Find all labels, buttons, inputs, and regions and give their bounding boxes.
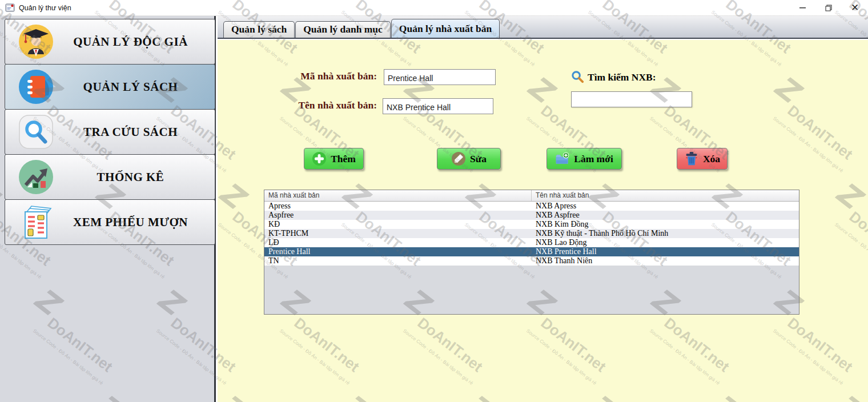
table-row[interactable]: Prentice HallNXB Prentice Hall [264, 247, 799, 256]
sidebar-item-statistics[interactable]: THỐNG KÊ [5, 154, 215, 200]
table-row[interactable]: KĐNXB Kim Đồng [264, 220, 799, 229]
sidebar-item-reader-management[interactable]: QUẢN LÝ ĐỘC GIẢ [5, 19, 215, 65]
table-row[interactable]: TNNXB Thanh Niên [264, 256, 799, 266]
table-cell: NXB Kim Đồng [532, 220, 799, 229]
edit-button[interactable]: Sửa [437, 148, 501, 170]
table-cell: KĐ [264, 220, 532, 229]
publisher-table: Mã nhà xuất bản Tên nhà xuất bản ApressN… [264, 190, 799, 315]
sidebar-item-label: TRA CỨU SÁCH [54, 125, 215, 139]
tab-book-management[interactable]: Quản lý sách [223, 21, 295, 38]
add-button[interactable]: Thêm [304, 148, 364, 170]
sidebar-item-view-borrow-slips[interactable]: XEM PHIẾU MƯỢN [5, 199, 215, 245]
table-cell: NXB Aspfree [532, 211, 799, 220]
table-cell: Aspfree [264, 211, 532, 220]
maximize-button[interactable] [815, 0, 842, 15]
tab-category-management[interactable]: Quản lý danh mục [295, 21, 391, 38]
table-cell: NXB Lao Động [532, 238, 799, 247]
sidebar-item-label: QUẢN LÝ ĐỘC GIẢ [54, 35, 215, 49]
new-folder-icon [555, 151, 570, 166]
sidebar-item-label: XEM PHIẾU MƯỢN [54, 215, 215, 230]
add-button-label: Thêm [331, 153, 356, 165]
statistics-icon [18, 159, 54, 195]
publisher-name-label: Tên nhà xuất bản: [274, 99, 377, 111]
table-cell: TN [264, 256, 532, 266]
table-cell: NXB Kỹ thuật - Thành Phố Hồ Chí Minh [532, 229, 799, 238]
table-row[interactable]: LĐNXB Lao Động [264, 238, 799, 247]
table-cell: KT-TPHCM [264, 229, 532, 238]
column-header-publisher-name[interactable]: Tên nhà xuất bản [532, 190, 799, 201]
main-panel: Quản lý sách Quản lý danh mục Quản lý nh… [218, 16, 868, 402]
table-cell: NXB Thanh Niên [532, 256, 799, 266]
sidebar-item-book-management[interactable]: QUẢN LÝ SÁCH [5, 64, 215, 110]
table-cell: NXB Prentice Hall [532, 247, 799, 256]
title-bar: Quản lý thư viện ✕ [0, 0, 868, 16]
window-title: Quản lý thư viện [19, 4, 71, 12]
table-row[interactable]: ApressNXB Apress [264, 202, 799, 211]
search-input[interactable] [571, 91, 692, 107]
tab-publisher-management[interactable]: Quản lý nhà xuất bản [391, 19, 500, 38]
refresh-button[interactable]: Làm mới [546, 148, 622, 170]
search-label: Tìm kiếm NXB: [588, 71, 656, 83]
publisher-table-body: ApressNXB ApressAspfreeNXB AspfreeKĐNXB … [264, 202, 799, 266]
borrow-slip-icon [18, 204, 54, 240]
publisher-tab-content: Mã nhà xuất bản: Tên nhà xuất bản: Tìm k… [218, 40, 868, 402]
table-row[interactable]: AspfreeNXB Aspfree [264, 211, 799, 220]
sidebar-item-label: QUẢN LÝ SÁCH [54, 80, 215, 94]
app-window: Quản lý thư viện ✕ [0, 0, 868, 402]
reader-icon [18, 23, 54, 60]
table-row[interactable]: KT-TPHCMNXB Kỹ thuật - Thành Phố Hồ Chí … [264, 229, 799, 238]
publisher-table-header: Mã nhà xuất bản Tên nhà xuất bản [264, 190, 799, 202]
app-icon [5, 3, 15, 13]
search-book-icon [18, 114, 54, 150]
table-cell: LĐ [264, 238, 532, 247]
plus-icon [312, 151, 327, 166]
table-cell: Prentice Hall [264, 247, 532, 256]
window-controls: ✕ [789, 0, 868, 15]
table-cell: NXB Apress [532, 202, 799, 211]
publisher-id-label: Mã nhà xuất bản: [274, 70, 377, 82]
sidebar-item-label: THỐNG KÊ [54, 170, 215, 184]
pencil-icon [451, 151, 466, 166]
book-icon [18, 69, 54, 105]
close-button[interactable]: ✕ [842, 0, 868, 15]
search-icon [571, 70, 584, 83]
refresh-button-label: Làm mới [574, 153, 613, 165]
column-header-publisher-id[interactable]: Mã nhà xuất bản [264, 190, 532, 201]
trash-icon [684, 151, 699, 166]
publisher-id-input[interactable] [384, 69, 496, 85]
tab-strip: Quản lý sách Quản lý danh mục Quản lý nh… [218, 16, 868, 39]
edit-button-label: Sửa [470, 153, 487, 165]
delete-button-label: Xóa [703, 153, 720, 165]
sidebar-item-book-search[interactable]: TRA CỨU SÁCH [5, 109, 215, 155]
sidebar: QUẢN LÝ ĐỘC GIẢ QUẢN LÝ SÁCH TRA CỨU SÁC… [0, 16, 216, 402]
table-cell: Apress [264, 202, 532, 211]
delete-button[interactable]: Xóa [677, 148, 728, 170]
minimize-button[interactable] [789, 0, 815, 15]
publisher-name-input[interactable] [383, 98, 493, 114]
